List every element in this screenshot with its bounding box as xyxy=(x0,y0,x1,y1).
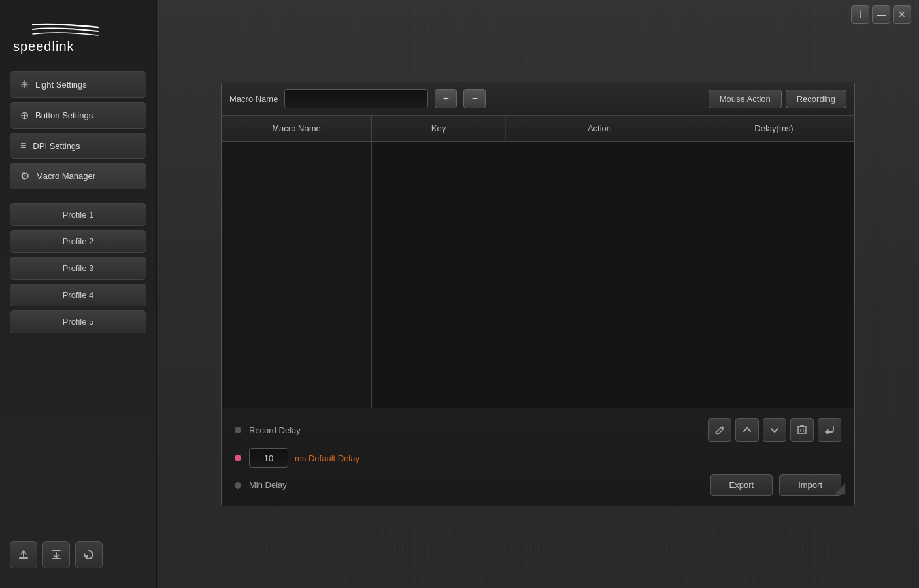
profile-4-button[interactable]: Profile 4 xyxy=(10,284,146,306)
import-button[interactable]: Import xyxy=(779,474,841,496)
svg-rect-6 xyxy=(52,558,61,559)
confirm-button[interactable] xyxy=(818,418,841,442)
move-up-button[interactable] xyxy=(735,418,759,442)
export-icon xyxy=(18,549,29,561)
profile-3-button[interactable]: Profile 3 xyxy=(10,257,146,280)
light-settings-icon: ✳ xyxy=(20,78,29,91)
export-icon-button[interactable] xyxy=(10,541,37,568)
chevron-down-icon xyxy=(770,425,779,434)
macro-name-input[interactable] xyxy=(284,89,428,108)
edit-action-button[interactable] xyxy=(708,418,731,442)
return-icon xyxy=(824,425,835,434)
sidebar-bottom-icons xyxy=(10,541,103,568)
bottom-section: Record Delay xyxy=(222,408,854,506)
sidebar: speedlink ✳ Light Settings ⊕ Button Sett… xyxy=(0,0,157,588)
sidebar-item-label: Button Settings xyxy=(35,110,93,120)
macro-panel: Macro Name + − Mouse Action Recording Ma… xyxy=(221,82,855,506)
record-delay-label: Record Delay xyxy=(249,425,301,435)
remove-macro-button[interactable]: − xyxy=(463,89,486,108)
minimize-button[interactable]: — xyxy=(872,5,890,24)
profile-1-button[interactable]: Profile 1 xyxy=(10,203,146,226)
delay-value-input[interactable] xyxy=(249,448,288,468)
add-macro-button[interactable]: + xyxy=(435,89,457,108)
logo-area: speedlink xyxy=(0,13,156,71)
export-import-group: Export Import xyxy=(710,474,841,496)
svg-rect-4 xyxy=(52,550,61,551)
svg-rect-1 xyxy=(19,557,28,558)
table-header-delay: Delay(ms) xyxy=(693,116,854,141)
delete-button[interactable] xyxy=(790,418,814,442)
delay-dot xyxy=(235,455,241,461)
delay-unit-label: ms Default Delay xyxy=(295,453,359,463)
record-delay-dot xyxy=(235,427,241,433)
reset-icon xyxy=(83,549,95,561)
chevron-up-icon xyxy=(743,425,752,434)
panel-body: Macro Name Key Action Delay(ms) xyxy=(222,116,854,408)
profile-5-button[interactable]: Profile 5 xyxy=(10,310,146,333)
sidebar-item-label: DPI Settings xyxy=(33,141,80,151)
nav-section: ✳ Light Settings ⊕ Button Settings ≡ DPI… xyxy=(0,71,156,189)
close-button[interactable]: ✕ xyxy=(893,5,911,24)
sidebar-item-dpi-settings[interactable]: ≡ DPI Settings xyxy=(10,133,146,159)
sidebar-item-light-settings[interactable]: ✳ Light Settings xyxy=(10,71,146,98)
macro-name-label: Macro Name xyxy=(229,94,278,104)
sidebar-item-label: Macro Manager xyxy=(36,171,95,181)
svg-rect-3 xyxy=(19,558,28,559)
reset-icon-button[interactable] xyxy=(75,541,103,568)
button-settings-icon: ⊕ xyxy=(20,109,29,122)
top-bar-right: Mouse Action Recording xyxy=(709,90,846,108)
table-header-key: Key xyxy=(372,116,506,141)
min-delay-label: Min Delay xyxy=(249,480,287,490)
list-panel: Macro Name xyxy=(222,116,372,408)
corner-mark: ◢ xyxy=(835,480,844,496)
profile-section: Profile 1 Profile 2 Profile 3 Profile 4 … xyxy=(0,193,156,333)
export-button[interactable]: Export xyxy=(710,474,773,496)
import-icon xyxy=(50,549,62,561)
profile-2-button[interactable]: Profile 2 xyxy=(10,230,146,253)
table-body xyxy=(372,142,854,408)
sidebar-item-macro-manager[interactable]: ⚙ Macro Manager xyxy=(10,163,146,189)
min-delay-row: Min Delay Export Import xyxy=(235,474,841,496)
move-down-button[interactable] xyxy=(763,418,786,442)
record-delay-row: Record Delay xyxy=(235,418,841,442)
list-header: Macro Name xyxy=(222,116,371,142)
pencil-icon xyxy=(714,425,725,435)
mouse-action-button[interactable]: Mouse Action xyxy=(709,90,782,108)
table-header-action: Action xyxy=(506,116,693,141)
macro-manager-icon: ⚙ xyxy=(20,170,29,182)
min-delay-dot xyxy=(235,482,241,489)
top-bar: Macro Name + − Mouse Action Recording xyxy=(222,82,854,116)
speedlink-logo: speedlink xyxy=(13,20,118,56)
info-button[interactable]: i xyxy=(851,5,869,24)
sidebar-item-label: Light Settings xyxy=(35,80,87,90)
table-header: Key Action Delay(ms) xyxy=(372,116,854,142)
titlebar: i — ✕ xyxy=(843,0,919,29)
delay-input-row: ms Default Delay xyxy=(235,448,841,468)
recording-button[interactable]: Recording xyxy=(786,90,846,108)
import-icon-button[interactable] xyxy=(42,541,70,568)
svg-text:speedlink: speedlink xyxy=(13,39,75,54)
main-content: Macro Name + − Mouse Action Recording Ma… xyxy=(157,0,919,588)
svg-rect-7 xyxy=(798,427,806,434)
trash-icon xyxy=(797,425,807,435)
action-buttons-group xyxy=(708,418,841,442)
table-panel: Key Action Delay(ms) xyxy=(372,116,854,408)
sidebar-item-button-settings[interactable]: ⊕ Button Settings xyxy=(10,102,146,129)
dpi-settings-icon: ≡ xyxy=(20,140,26,152)
